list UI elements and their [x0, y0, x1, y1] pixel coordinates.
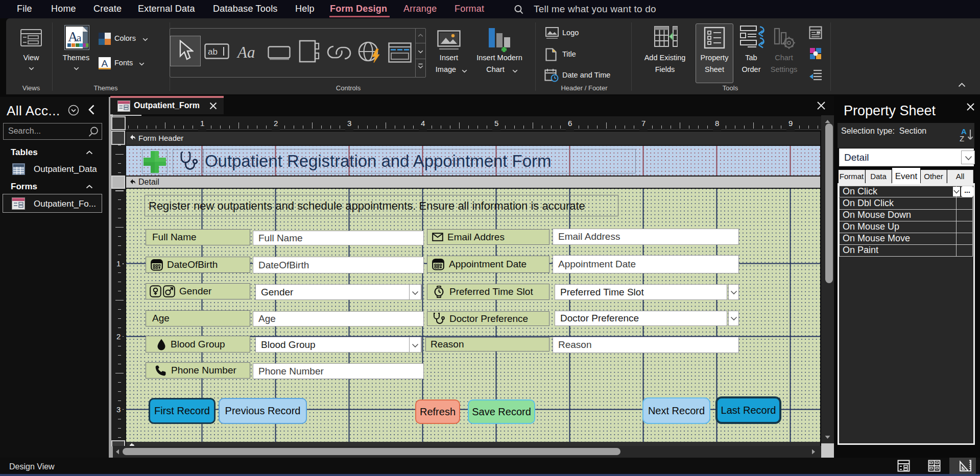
svg-text:a: a — [77, 32, 82, 44]
svg-text:ab: ab — [208, 47, 218, 57]
svg-text:A: A — [102, 58, 108, 69]
